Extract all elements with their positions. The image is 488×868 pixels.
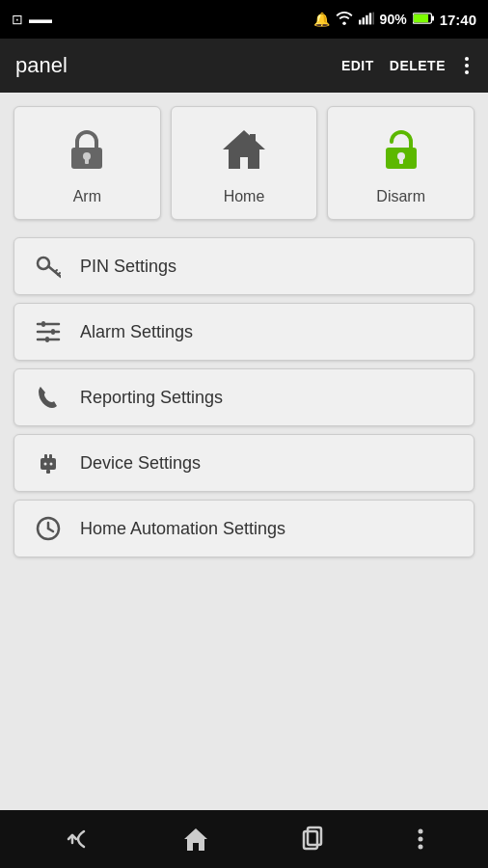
svg-rect-27 xyxy=(44,454,47,460)
svg-point-40 xyxy=(419,845,423,850)
delete-button[interactable]: DELETE xyxy=(390,58,446,73)
svg-rect-25 xyxy=(45,337,49,342)
alarm-settings-label: Alarm Settings xyxy=(80,322,193,342)
svg-rect-15 xyxy=(399,158,403,164)
status-bar: ⊡ ▬▬ 🔔 90% xyxy=(0,0,488,39)
svg-rect-2 xyxy=(366,14,367,24)
main-content: Arm Home xyxy=(0,93,488,557)
svg-rect-28 xyxy=(49,454,52,460)
plug-icon xyxy=(34,450,63,475)
house-icon xyxy=(219,124,269,178)
svg-marker-35 xyxy=(184,828,207,851)
automation-settings-label: Home Automation Settings xyxy=(80,519,285,539)
battery-percentage: 90% xyxy=(380,12,407,27)
svg-line-34 xyxy=(48,529,53,531)
app-bar: panel EDIT DELETE xyxy=(0,39,488,93)
app-title: panel xyxy=(15,53,341,78)
svg-rect-7 xyxy=(413,14,427,22)
alarm-settings-item[interactable]: Alarm Settings xyxy=(14,303,474,361)
svg-point-16 xyxy=(38,258,49,269)
home-label: Home xyxy=(224,188,265,205)
svg-line-19 xyxy=(58,273,60,275)
reporting-settings-label: Reporting Settings xyxy=(80,388,223,408)
edit-button[interactable]: EDIT xyxy=(341,58,374,73)
key-icon xyxy=(34,254,63,279)
svg-rect-29 xyxy=(46,470,50,474)
settings-list: PIN Settings Alarm Settings xyxy=(14,237,474,557)
bottom-nav xyxy=(0,810,488,868)
svg-rect-10 xyxy=(85,158,89,164)
wifi-icon xyxy=(336,12,353,28)
home-nav-button[interactable] xyxy=(167,818,225,860)
svg-rect-24 xyxy=(51,329,55,335)
alarm-icon: 🔔 xyxy=(313,12,330,27)
lock-closed-icon xyxy=(62,124,112,178)
arm-label: Arm xyxy=(73,188,101,205)
svg-rect-1 xyxy=(362,17,364,24)
svg-line-18 xyxy=(55,270,57,272)
clock-icon xyxy=(34,516,63,541)
device-settings-label: Device Settings xyxy=(80,453,201,474)
svg-point-38 xyxy=(419,829,423,834)
disarm-button[interactable]: Disarm xyxy=(327,106,474,220)
home-button[interactable]: Home xyxy=(171,106,318,220)
app-bar-actions: EDIT DELETE xyxy=(341,53,473,78)
svg-point-31 xyxy=(50,463,53,466)
svg-marker-11 xyxy=(223,130,265,169)
svg-rect-36 xyxy=(304,831,317,849)
more-nav-button[interactable] xyxy=(402,820,439,858)
automation-settings-item[interactable]: Home Automation Settings xyxy=(14,500,474,557)
notification-icon: ▬▬ xyxy=(29,13,52,26)
more-options-button[interactable] xyxy=(461,53,473,78)
lock-open-icon xyxy=(376,124,426,178)
time-display: 17:40 xyxy=(440,12,476,28)
reporting-settings-item[interactable]: Reporting Settings xyxy=(14,368,474,426)
pin-settings-label: PIN Settings xyxy=(80,257,176,277)
security-buttons-row: Arm Home xyxy=(14,106,474,220)
svg-rect-26 xyxy=(41,458,56,470)
arm-button[interactable]: Arm xyxy=(14,106,161,220)
svg-rect-23 xyxy=(41,321,45,327)
svg-rect-12 xyxy=(250,134,256,144)
dot3 xyxy=(465,70,469,74)
signal-icon xyxy=(359,12,374,28)
svg-rect-37 xyxy=(308,827,321,845)
back-button[interactable] xyxy=(49,818,107,860)
status-bar-left: ⊡ ▬▬ xyxy=(12,12,52,27)
battery-icon xyxy=(413,12,434,27)
svg-rect-6 xyxy=(432,15,434,20)
device-settings-item[interactable]: Device Settings xyxy=(14,434,474,492)
svg-rect-0 xyxy=(359,19,361,24)
pin-settings-item[interactable]: PIN Settings xyxy=(14,237,474,295)
svg-rect-3 xyxy=(368,13,370,24)
svg-rect-4 xyxy=(372,12,374,24)
sliders-icon xyxy=(34,319,63,344)
dot1 xyxy=(465,57,469,61)
dot2 xyxy=(465,64,469,68)
app-icon: ⊡ xyxy=(12,12,23,27)
status-bar-right: 🔔 90% 17:40 xyxy=(313,12,476,28)
svg-point-30 xyxy=(44,463,47,466)
phone-icon xyxy=(34,385,63,410)
disarm-label: Disarm xyxy=(376,188,425,205)
recents-button[interactable] xyxy=(285,818,342,860)
svg-point-39 xyxy=(419,837,423,842)
